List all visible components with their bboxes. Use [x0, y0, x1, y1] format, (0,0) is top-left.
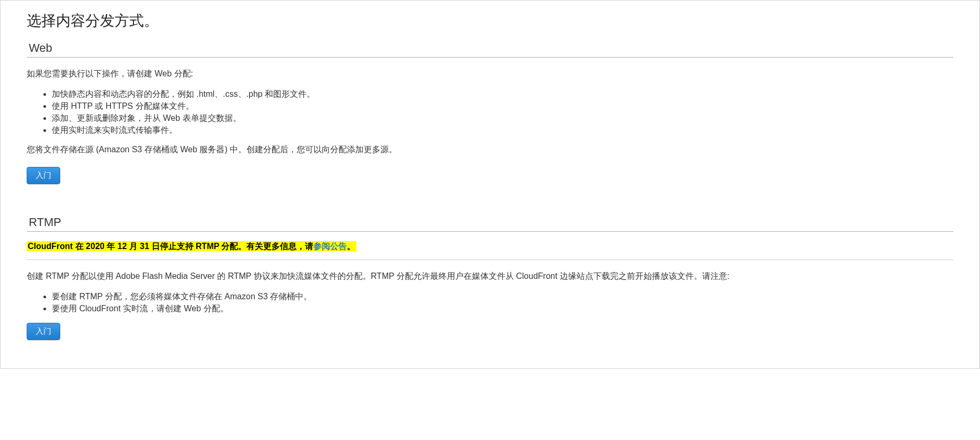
page-title: 选择内容分发方式。 [27, 11, 953, 31]
rtmp-deprecation-notice: CloudFront 在 2020 年 12 月 31 日停止支持 RTMP 分… [27, 241, 953, 252]
rtmp-section: RTMP CloudFront 在 2020 年 12 月 31 日停止支持 R… [27, 216, 953, 340]
web-section: Web 如果您需要执行以下操作，请创建 Web 分配: 加快静态内容和动态内容的… [27, 41, 953, 184]
divider [27, 57, 953, 58]
main-panel: 选择内容分发方式。 Web 如果您需要执行以下操作，请创建 Web 分配: 加快… [0, 0, 980, 369]
rtmp-notice-post: 。 [347, 242, 355, 251]
web-intro-text: 如果您需要执行以下操作，请创建 Web 分配: [27, 67, 953, 81]
divider [27, 231, 953, 232]
list-item: 要创建 RTMP 分配，您必须将媒体文件存储在 Amazon S3 存储桶中。 [52, 290, 953, 302]
section-gap [27, 184, 953, 210]
rtmp-notice-link[interactable]: 参阅公告 [313, 242, 347, 251]
list-item: 添加、更新或删除对象，并从 Web 表单提交数据。 [52, 112, 953, 124]
list-item: 使用实时流来实时流式传输事件。 [52, 124, 953, 136]
rtmp-section-header: RTMP [27, 216, 953, 229]
web-feature-list: 加快静态内容和动态内容的分配，例如 .html、.css、.php 和图形文件。… [27, 88, 953, 137]
rtmp-feature-list: 要创建 RTMP 分配，您必须将媒体文件存储在 Amazon S3 存储桶中。 … [27, 290, 953, 314]
list-item: 使用 HTTP 或 HTTPS 分配媒体文件。 [52, 100, 953, 112]
divider [27, 260, 953, 260]
list-item: 要使用 CloudFront 实时流，请创建 Web 分配。 [52, 302, 953, 314]
rtmp-intro-text: 创建 RTMP 分配以使用 Adobe Flash Media Server 的… [27, 269, 953, 283]
list-item: 加快静态内容和动态内容的分配，例如 .html、.css、.php 和图形文件。 [52, 88, 953, 100]
web-storage-note: 您将文件存储在源 (Amazon S3 存储桶或 Web 服务器) 中。创建分配… [27, 144, 953, 155]
web-get-started-button[interactable]: 入门 [27, 167, 60, 184]
rtmp-notice-pre: CloudFront 在 2020 年 12 月 31 日停止支持 RTMP 分… [28, 242, 313, 251]
rtmp-notice-highlight: CloudFront 在 2020 年 12 月 31 日停止支持 RTMP 分… [27, 241, 356, 251]
rtmp-get-started-button[interactable]: 入门 [27, 323, 60, 340]
web-section-header: Web [27, 41, 953, 55]
